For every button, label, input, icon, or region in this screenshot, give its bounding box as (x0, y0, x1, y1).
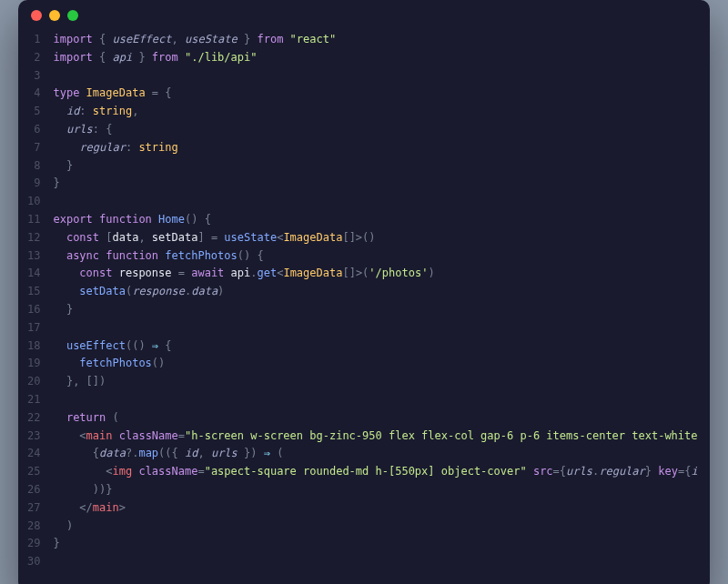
token-punct: } (238, 33, 258, 45)
token-tag: img (112, 465, 132, 478)
token-italic: response (132, 285, 185, 297)
token-punct: , (172, 33, 185, 45)
code-line: </main> (53, 499, 697, 518)
line-number: 24 (27, 445, 40, 463)
token-punct: ) (217, 285, 224, 297)
token-keyword: import (53, 51, 99, 64)
line-number: 25 (27, 463, 40, 481)
line-number: 11 (27, 211, 40, 229)
token-punct: () { (185, 213, 211, 226)
code-line: setData(response.data) (53, 283, 697, 301)
token-keyword: function (106, 249, 165, 262)
token-attr: src (533, 465, 553, 478)
token-string: '/photos' (369, 267, 428, 279)
token-punct: = (172, 267, 192, 279)
code-line: import { api } from "./lib/api" (53, 49, 697, 67)
token-italic: useEffect (112, 33, 171, 45)
token-punct: (({ (158, 447, 185, 459)
token-italic: regular (599, 465, 645, 478)
token-punct: () (152, 357, 165, 369)
token-italic: id (691, 465, 697, 478)
token-plain (53, 105, 66, 117)
token-punct: = (178, 429, 185, 442)
code-line: urls: { (53, 121, 697, 139)
token-func: useState (224, 231, 277, 244)
code-line: const [data, setData] = useState<ImageDa… (53, 229, 697, 247)
token-ident: ImageData (86, 86, 146, 99)
token-keyword: function (99, 213, 158, 226)
line-number: 4 (27, 85, 40, 103)
token-keyword: const (66, 231, 106, 244)
line-number: 21 (27, 391, 40, 409)
token-func: fetchPhotos (165, 249, 237, 262)
token-keyword: from (257, 33, 289, 45)
token-keyword: const (79, 267, 118, 279)
code-line: } (53, 535, 697, 553)
token-punct: } (66, 303, 73, 316)
token-plain (53, 411, 66, 424)
token-tag: main (86, 429, 113, 442)
code-line: regular: string (53, 139, 697, 157)
line-number: 3 (27, 67, 40, 86)
line-number: 2 (27, 49, 40, 67)
code-line: fetchPhotos() (53, 355, 697, 373)
token-italic: urls (566, 465, 592, 478)
line-number: 29 (27, 535, 40, 553)
token-ident: ImageData (283, 231, 342, 244)
token-punct: } (53, 176, 59, 189)
code-line: useEffect(() ⇒ { (53, 337, 697, 356)
token-punct: ] = (197, 231, 224, 244)
token-italic: data (191, 285, 217, 297)
token-punct: () { (238, 249, 264, 262)
token-italic: id (185, 447, 197, 459)
line-number: 6 (27, 121, 40, 139)
token-func: useEffect (66, 339, 126, 352)
token-keyword: type (53, 86, 86, 99)
line-number: 17 (27, 319, 40, 337)
token-punct: [ (106, 231, 112, 244)
token-punct: </ (79, 501, 92, 514)
code-line: async function fetchPhotos() { (53, 247, 697, 266)
token-punct: } (66, 159, 73, 172)
minimize-icon[interactable] (49, 10, 60, 21)
token-plain (113, 429, 119, 442)
token-punct: { (93, 447, 99, 459)
token-func: Home (158, 213, 185, 226)
code-line: id: string, (53, 103, 697, 121)
line-number: 7 (27, 139, 40, 157)
token-plain (53, 267, 79, 279)
token-keyword: async (66, 249, 106, 262)
code-area[interactable]: 1234567891011121314151617181920212223242… (18, 31, 710, 579)
token-punct: : (126, 141, 138, 154)
token-white: api (231, 267, 251, 279)
code-line: } (53, 301, 697, 319)
token-keyword: from (152, 51, 185, 64)
token-punct: }, []) (66, 375, 106, 388)
token-tag: main (93, 501, 119, 514)
token-func: fetchPhotos (79, 357, 151, 369)
token-attr: key (658, 465, 678, 478)
token-string: "react" (290, 33, 337, 45)
token-keyword: await (191, 267, 230, 279)
line-number: 22 (27, 409, 40, 428)
token-punct: } (53, 537, 59, 549)
token-plain (53, 249, 66, 262)
token-plain (53, 375, 66, 388)
token-string: "aspect-square rounded-md h-[550px] obje… (205, 465, 527, 478)
token-italic: id (66, 105, 79, 117)
token-punct: []>( (342, 267, 369, 279)
token-plain (53, 231, 66, 244)
token-ident: string (93, 105, 132, 117)
code-line (53, 319, 697, 337)
token-punct: []>() (342, 231, 375, 244)
close-icon[interactable] (31, 10, 42, 21)
token-punct: = (197, 465, 204, 478)
line-number: 23 (27, 428, 40, 446)
line-number-gutter: 1234567891011121314151617181920212223242… (18, 31, 53, 571)
code-line: ))} (53, 481, 697, 499)
line-number: 5 (27, 103, 40, 121)
token-plain (53, 447, 92, 459)
code-line: ) (53, 518, 697, 536)
zoom-icon[interactable] (67, 10, 78, 21)
token-keyword: import (53, 33, 99, 45)
